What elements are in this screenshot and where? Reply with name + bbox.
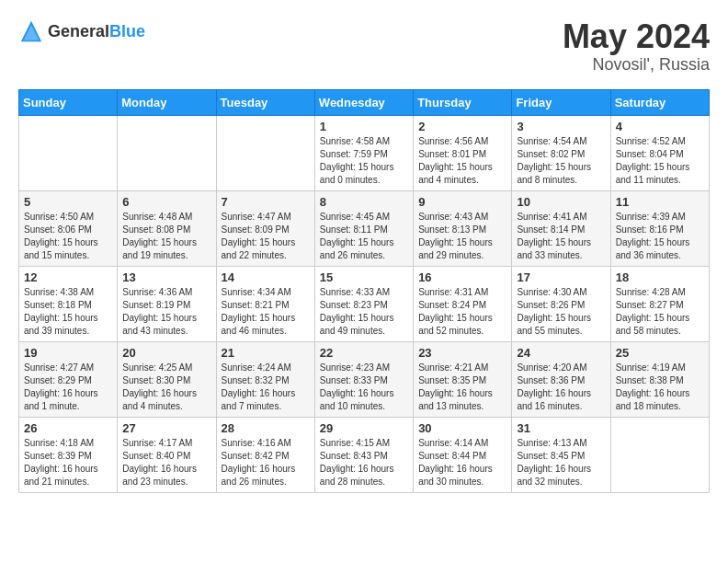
calendar-cell: 24Sunrise: 4:20 AM Sunset: 8:36 PM Dayli… (512, 341, 610, 417)
calendar-cell: 17Sunrise: 4:30 AM Sunset: 8:26 PM Dayli… (512, 266, 610, 341)
day-number: 19 (24, 346, 112, 360)
calendar-cell: 30Sunrise: 4:14 AM Sunset: 8:44 PM Dayli… (414, 417, 512, 492)
day-info: Sunrise: 4:13 AM Sunset: 8:45 PM Dayligh… (517, 437, 605, 488)
calendar-cell: 27Sunrise: 4:17 AM Sunset: 8:40 PM Dayli… (118, 417, 216, 492)
day-info: Sunrise: 4:31 AM Sunset: 8:24 PM Dayligh… (418, 286, 506, 338)
calendar-header-row: SundayMondayTuesdayWednesdayThursdayFrid… (19, 89, 710, 115)
day-number: 23 (418, 346, 506, 360)
day-info: Sunrise: 4:20 AM Sunset: 8:36 PM Dayligh… (517, 362, 605, 413)
calendar-cell: 18Sunrise: 4:28 AM Sunset: 8:27 PM Dayli… (610, 266, 709, 341)
day-number: 29 (320, 421, 408, 435)
calendar-header-cell: Wednesday (314, 89, 413, 115)
day-info: Sunrise: 4:52 AM Sunset: 8:04 PM Dayligh… (616, 135, 704, 187)
day-info: Sunrise: 4:18 AM Sunset: 8:39 PM Dayligh… (24, 437, 112, 488)
day-number: 13 (122, 270, 210, 284)
day-number: 16 (418, 270, 506, 284)
day-number: 17 (517, 270, 605, 284)
day-number: 22 (320, 346, 408, 360)
calendar-cell: 12Sunrise: 4:38 AM Sunset: 8:18 PM Dayli… (19, 266, 118, 341)
calendar-cell: 22Sunrise: 4:23 AM Sunset: 8:33 PM Dayli… (314, 341, 413, 417)
calendar-cell: 10Sunrise: 4:41 AM Sunset: 8:14 PM Dayli… (512, 190, 610, 266)
calendar-week-row: 5Sunrise: 4:50 AM Sunset: 8:06 PM Daylig… (19, 190, 710, 266)
day-info: Sunrise: 4:58 AM Sunset: 7:59 PM Dayligh… (320, 135, 408, 187)
day-info: Sunrise: 4:36 AM Sunset: 8:19 PM Dayligh… (122, 286, 210, 338)
calendar-body: 1Sunrise: 4:58 AM Sunset: 7:59 PM Daylig… (19, 115, 710, 492)
calendar-header-cell: Friday (512, 89, 610, 115)
day-number: 8 (320, 195, 408, 209)
title-block: May 2024 Novosil', Russia (563, 18, 710, 75)
day-number: 10 (517, 195, 605, 209)
day-info: Sunrise: 4:54 AM Sunset: 8:02 PM Dayligh… (517, 135, 605, 187)
calendar-cell: 19Sunrise: 4:27 AM Sunset: 8:29 PM Dayli… (19, 341, 118, 417)
day-number: 7 (222, 195, 310, 209)
day-number: 21 (222, 346, 310, 360)
day-info: Sunrise: 4:28 AM Sunset: 8:27 PM Dayligh… (616, 286, 704, 338)
day-number: 27 (122, 421, 210, 435)
day-info: Sunrise: 4:24 AM Sunset: 8:32 PM Dayligh… (222, 362, 310, 413)
calendar-cell: 29Sunrise: 4:15 AM Sunset: 8:43 PM Dayli… (314, 417, 413, 492)
day-number: 28 (222, 421, 310, 435)
day-number: 3 (517, 120, 605, 133)
day-info: Sunrise: 4:14 AM Sunset: 8:44 PM Dayligh… (418, 437, 506, 488)
logo: GeneralBlue (18, 18, 145, 44)
calendar-header-cell: Thursday (414, 89, 512, 115)
day-info: Sunrise: 4:50 AM Sunset: 8:06 PM Dayligh… (24, 211, 112, 262)
day-number: 20 (122, 346, 210, 360)
calendar-cell: 26Sunrise: 4:18 AM Sunset: 8:39 PM Dayli… (19, 417, 118, 492)
day-number: 12 (24, 270, 112, 284)
calendar-week-row: 12Sunrise: 4:38 AM Sunset: 8:18 PM Dayli… (19, 266, 710, 341)
calendar-cell (19, 115, 118, 190)
calendar-cell: 14Sunrise: 4:34 AM Sunset: 8:21 PM Dayli… (216, 266, 314, 341)
calendar-header-cell: Sunday (19, 89, 118, 115)
day-number: 4 (616, 120, 704, 133)
day-info: Sunrise: 4:39 AM Sunset: 8:16 PM Dayligh… (616, 211, 704, 262)
logo-blue: Blue (109, 22, 145, 40)
day-info: Sunrise: 4:25 AM Sunset: 8:30 PM Dayligh… (122, 362, 210, 413)
calendar-cell: 25Sunrise: 4:19 AM Sunset: 8:38 PM Dayli… (610, 341, 709, 417)
day-number: 15 (320, 270, 408, 284)
calendar-cell: 21Sunrise: 4:24 AM Sunset: 8:32 PM Dayli… (216, 341, 314, 417)
calendar-cell: 5Sunrise: 4:50 AM Sunset: 8:06 PM Daylig… (19, 190, 118, 266)
calendar-cell: 28Sunrise: 4:16 AM Sunset: 8:42 PM Dayli… (216, 417, 314, 492)
calendar-cell: 1Sunrise: 4:58 AM Sunset: 7:59 PM Daylig… (314, 115, 413, 190)
day-number: 24 (517, 346, 605, 360)
day-number: 2 (418, 120, 506, 133)
day-number: 18 (616, 270, 704, 284)
day-number: 11 (616, 195, 704, 209)
calendar-header-cell: Monday (118, 89, 216, 115)
calendar-table: SundayMondayTuesdayWednesdayThursdayFrid… (18, 89, 710, 493)
day-number: 25 (616, 346, 704, 360)
day-info: Sunrise: 4:21 AM Sunset: 8:35 PM Dayligh… (418, 362, 506, 413)
day-info: Sunrise: 4:15 AM Sunset: 8:43 PM Dayligh… (320, 437, 408, 488)
month-year-title: May 2024 (563, 18, 710, 55)
calendar-cell: 3Sunrise: 4:54 AM Sunset: 8:02 PM Daylig… (512, 115, 610, 190)
day-info: Sunrise: 4:56 AM Sunset: 8:01 PM Dayligh… (418, 135, 506, 187)
day-info: Sunrise: 4:16 AM Sunset: 8:42 PM Dayligh… (222, 437, 310, 488)
calendar-cell: 13Sunrise: 4:36 AM Sunset: 8:19 PM Dayli… (118, 266, 216, 341)
calendar-cell: 31Sunrise: 4:13 AM Sunset: 8:45 PM Dayli… (512, 417, 610, 492)
calendar-cell (118, 115, 216, 190)
calendar-cell: 7Sunrise: 4:47 AM Sunset: 8:09 PM Daylig… (216, 190, 314, 266)
calendar-cell (610, 417, 709, 492)
calendar-header-cell: Tuesday (216, 89, 314, 115)
calendar-cell (216, 115, 314, 190)
calendar-header-cell: Saturday (610, 89, 709, 115)
day-info: Sunrise: 4:30 AM Sunset: 8:26 PM Dayligh… (517, 286, 605, 338)
calendar-cell: 9Sunrise: 4:43 AM Sunset: 8:13 PM Daylig… (414, 190, 512, 266)
logo-general: General (48, 22, 109, 40)
calendar-cell: 4Sunrise: 4:52 AM Sunset: 8:04 PM Daylig… (610, 115, 709, 190)
calendar-week-row: 19Sunrise: 4:27 AM Sunset: 8:29 PM Dayli… (19, 341, 710, 417)
calendar-cell: 11Sunrise: 4:39 AM Sunset: 8:16 PM Dayli… (610, 190, 709, 266)
logo-icon (18, 18, 44, 44)
day-number: 6 (122, 195, 210, 209)
calendar-week-row: 1Sunrise: 4:58 AM Sunset: 7:59 PM Daylig… (19, 115, 710, 190)
day-number: 14 (222, 270, 310, 284)
calendar-cell: 15Sunrise: 4:33 AM Sunset: 8:23 PM Dayli… (314, 266, 413, 341)
calendar-week-row: 26Sunrise: 4:18 AM Sunset: 8:39 PM Dayli… (19, 417, 710, 492)
day-info: Sunrise: 4:27 AM Sunset: 8:29 PM Dayligh… (24, 362, 112, 413)
location-subtitle: Novosil', Russia (563, 55, 710, 75)
day-number: 5 (24, 195, 112, 209)
calendar-cell: 23Sunrise: 4:21 AM Sunset: 8:35 PM Dayli… (414, 341, 512, 417)
day-info: Sunrise: 4:34 AM Sunset: 8:21 PM Dayligh… (222, 286, 310, 338)
day-info: Sunrise: 4:19 AM Sunset: 8:38 PM Dayligh… (616, 362, 704, 413)
